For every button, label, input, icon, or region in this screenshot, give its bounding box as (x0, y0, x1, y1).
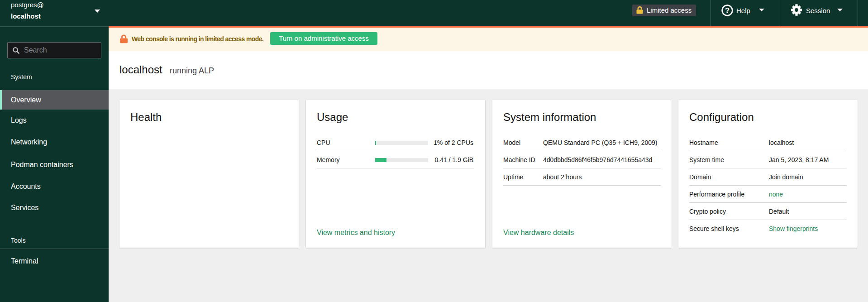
svg-text:?: ? (725, 6, 730, 14)
